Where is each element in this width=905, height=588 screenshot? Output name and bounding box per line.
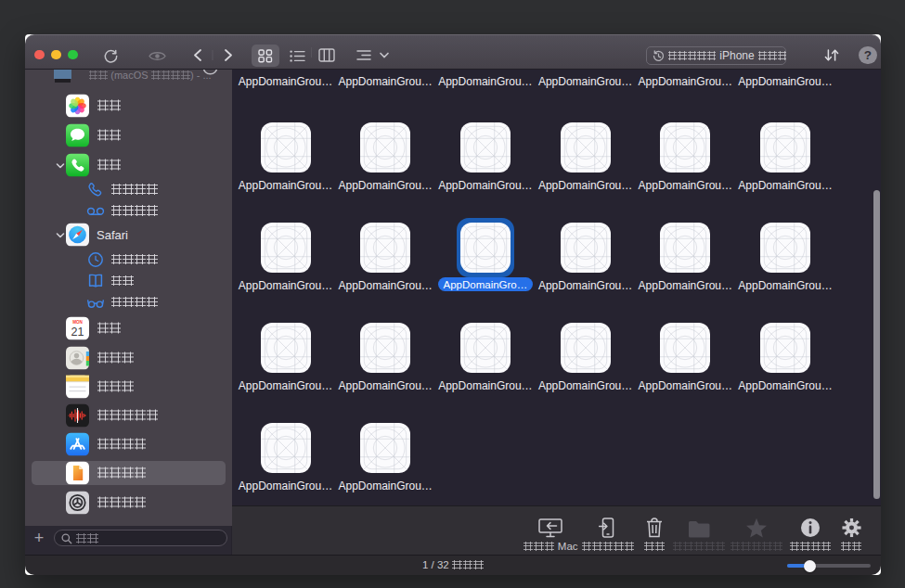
svg-text:MON: MON	[72, 320, 83, 325]
svg-text:21: 21	[71, 326, 84, 339]
